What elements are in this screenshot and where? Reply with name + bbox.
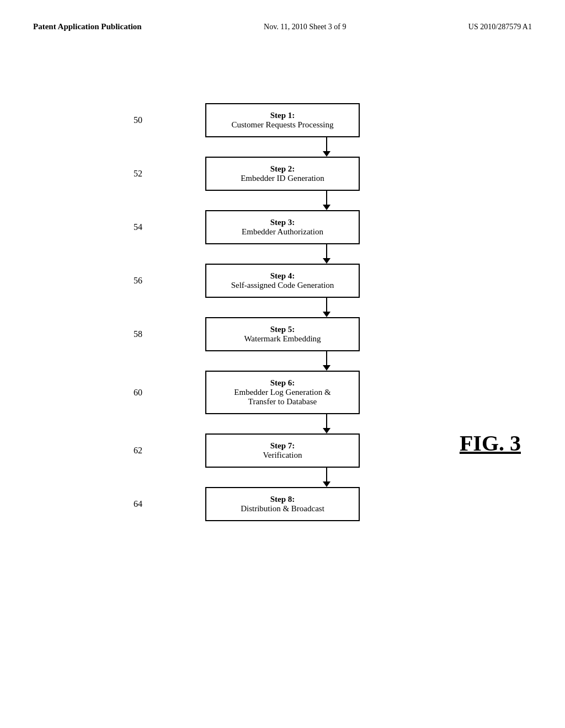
arrow-line-0 (326, 137, 327, 151)
step-id-60: 60 (134, 388, 142, 398)
step-desc-56: Self-assigned Code Generation (217, 281, 348, 290)
fig-label-wrapper: FIG. 3 (460, 430, 521, 456)
arrow-5 (323, 414, 331, 433)
step-row-62: 62Step 7:Verification (117, 433, 448, 468)
step-title-62: Step 7: (217, 441, 348, 451)
step-title-50: Step 1: (217, 111, 348, 120)
step-id-54: 54 (134, 222, 142, 232)
arrow-line-1 (326, 191, 327, 205)
step-box-56: Step 4:Self-assigned Code Generation (205, 264, 360, 298)
arrow-3 (323, 298, 331, 317)
step-row-52: 52Step 2:Embedder ID Generation (117, 157, 448, 191)
publication-title: Patent Application Publication (33, 22, 142, 31)
step-desc-52: Embedder ID Generation (217, 174, 348, 183)
step-desc-60: Embedder Log Generation &Transfer to Dat… (217, 388, 348, 406)
step-desc-64: Distribution & Broadcast (217, 504, 348, 513)
step-id-52: 52 (134, 169, 142, 179)
arrow-head-6 (323, 481, 331, 487)
step-box-64: Step 8:Distribution & Broadcast (205, 487, 360, 521)
step-row-60: 60Step 6:Embedder Log Generation &Transf… (117, 371, 448, 414)
fig-label-text: FIG. 3 (460, 431, 521, 456)
arrow-line-2 (326, 244, 327, 258)
step-row-50: 50Step 1:Customer Requests Processing (117, 103, 448, 137)
step-title-58: Step 5: (217, 325, 348, 334)
flow-steps: 50Step 1:Customer Requests Processing52S… (117, 103, 448, 521)
step-row-64: 64Step 8:Distribution & Broadcast (117, 487, 448, 521)
step-box-58: Step 5:Watermark Embedding (205, 317, 360, 351)
arrow-head-5 (323, 428, 331, 433)
step-title-60: Step 6: (217, 378, 348, 388)
step-row-58: 58Step 5:Watermark Embedding (117, 317, 448, 351)
arrow-line-5 (326, 414, 327, 428)
step-desc-54: Embedder Authorization (217, 227, 348, 237)
step-id-64: 64 (134, 499, 142, 509)
step-id-58: 58 (134, 329, 142, 339)
step-box-50: Step 1:Customer Requests Processing (205, 103, 360, 137)
arrow-line-3 (326, 298, 327, 312)
arrow-1 (323, 191, 331, 210)
step-title-52: Step 2: (217, 164, 348, 174)
step-desc-50: Customer Requests Processing (217, 120, 348, 130)
step-title-54: Step 3: (217, 218, 348, 227)
step-row-56: 56Step 4:Self-assigned Code Generation (117, 264, 448, 298)
arrow-head-0 (323, 151, 331, 157)
step-desc-62: Verification (217, 451, 348, 460)
arrow-head-4 (323, 365, 331, 371)
arrow-head-2 (323, 258, 331, 264)
step-id-56: 56 (134, 276, 142, 286)
step-id-50: 50 (134, 115, 142, 125)
step-box-60: Step 6:Embedder Log Generation &Transfer… (205, 371, 360, 414)
arrow-4 (323, 351, 331, 371)
arrow-head-3 (323, 312, 331, 317)
step-box-52: Step 2:Embedder ID Generation (205, 157, 360, 191)
step-box-54: Step 3:Embedder Authorization (205, 210, 360, 244)
flow-diagram: 50Step 1:Customer Requests Processing52S… (0, 103, 565, 521)
arrow-2 (323, 244, 331, 264)
arrow-line-4 (326, 351, 327, 365)
step-box-62: Step 7:Verification (205, 433, 360, 468)
arrow-head-1 (323, 205, 331, 210)
step-title-64: Step 8: (217, 495, 348, 504)
step-id-62: 62 (134, 446, 142, 456)
patent-number: US 2010/287579 A1 (468, 23, 532, 31)
arrow-6 (323, 468, 331, 487)
step-title-56: Step 4: (217, 271, 348, 281)
page-header: Patent Application Publication Nov. 11, … (0, 0, 565, 31)
step-row-54: 54Step 3:Embedder Authorization (117, 210, 448, 244)
arrow-0 (323, 137, 331, 157)
step-desc-58: Watermark Embedding (217, 334, 348, 344)
arrow-line-6 (326, 468, 327, 481)
publication-date-sheet: Nov. 11, 2010 Sheet 3 of 9 (264, 23, 346, 31)
